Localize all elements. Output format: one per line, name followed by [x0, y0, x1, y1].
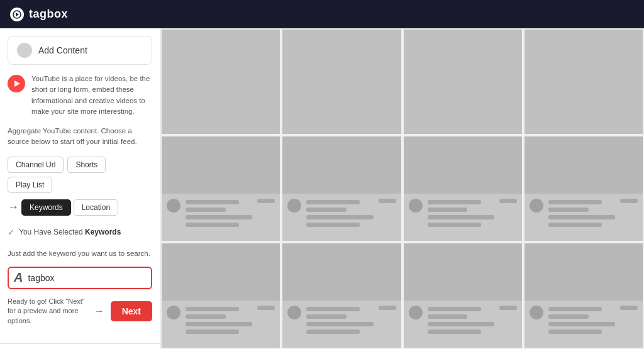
cell-line-right [257, 199, 275, 203]
cell-line [306, 314, 347, 319]
cell-avatar [287, 199, 301, 213]
cell-line [186, 314, 226, 319]
main-layout: Add Content YouTube is a place for video… [0, 28, 644, 349]
publish-area: Publish [0, 343, 160, 349]
cell-line [306, 200, 360, 204]
cell-meta [404, 301, 522, 348]
cell-line [186, 223, 239, 227]
keywords-button[interactable]: Keywords [21, 199, 71, 216]
cell-line [186, 307, 239, 311]
cell-avatar [530, 199, 543, 213]
cell-line [186, 215, 252, 219]
content-cell [160, 242, 281, 349]
cell-line [428, 215, 494, 219]
youtube-info: YouTube is a place for videos, be the sh… [8, 74, 152, 117]
sidebar-content: Add Content YouTube is a place for video… [0, 28, 160, 343]
content-cell [402, 28, 523, 135]
yt-description: YouTube is a place for videos, be the sh… [31, 74, 152, 117]
cell-line [548, 215, 615, 219]
cell-line [428, 322, 494, 326]
selected-value: Keywords [85, 228, 121, 236]
content-cell [523, 135, 644, 242]
next-row: Ready to go! Click "Next" for a preview … [8, 297, 152, 326]
cell-line [428, 200, 481, 204]
cell-avatar [167, 199, 180, 213]
content-cell [281, 135, 402, 242]
keyword-input[interactable] [28, 268, 146, 288]
content-cell [281, 28, 402, 135]
cell-line-right [379, 306, 396, 310]
instructions-text: Just add the keyword you want us to sear… [8, 248, 152, 259]
cell-meta [525, 194, 643, 241]
cell-line-right [379, 199, 396, 203]
keywords-row: → Keywords Location [8, 199, 152, 216]
sidebar: Add Content YouTube is a place for video… [0, 28, 160, 349]
location-button[interactable]: Location [74, 199, 118, 216]
cell-avatar [530, 306, 543, 319]
content-cell [160, 135, 281, 242]
cell-line [306, 208, 347, 212]
cell-line [548, 322, 615, 326]
cell-line [548, 223, 602, 227]
keyword-prefix: A [14, 270, 23, 285]
cell-meta [282, 301, 401, 348]
cell-line [548, 330, 602, 334]
cell-line [186, 208, 226, 212]
add-content-icon [17, 43, 32, 58]
content-cell [160, 28, 281, 135]
red-arrow-icon: → [8, 201, 19, 214]
next-button[interactable]: Next [111, 301, 152, 321]
content-cell [281, 242, 402, 349]
cell-lines [186, 199, 252, 227]
content-cell [402, 242, 523, 349]
cell-line [306, 215, 373, 219]
cell-line [306, 307, 360, 311]
youtube-icon [8, 75, 25, 92]
check-icon: ✓ [8, 227, 15, 237]
cell-line [428, 223, 481, 227]
cell-lines [548, 199, 615, 227]
cell-avatar [409, 199, 423, 213]
add-content-button[interactable]: Add Content [8, 36, 152, 65]
content-cell [523, 242, 644, 349]
add-content-label: Add Content [38, 45, 87, 55]
logo-icon [10, 8, 24, 21]
cell-lines [186, 306, 252, 334]
logo: tagbox [10, 8, 68, 21]
shorts-button[interactable]: Shorts [67, 157, 106, 173]
cell-meta [282, 194, 401, 241]
cell-avatar [409, 306, 423, 319]
channel-url-button[interactable]: Channel Url [8, 157, 64, 173]
cell-meta [162, 194, 280, 241]
cell-line [428, 314, 468, 319]
cell-meta [162, 301, 280, 348]
cell-line [186, 200, 239, 204]
cell-lines [306, 199, 373, 227]
cell-line [186, 322, 252, 326]
play-list-button[interactable]: Play List [8, 177, 52, 193]
selected-row: ✓ You Have Selected Keywords [8, 224, 152, 240]
cell-line [428, 330, 481, 334]
cell-line [306, 330, 360, 334]
cell-lines [548, 306, 615, 334]
cell-line [428, 307, 481, 311]
cell-lines [428, 306, 494, 334]
cell-avatar [167, 306, 180, 319]
cell-line [548, 314, 589, 319]
cell-line [428, 208, 468, 212]
cell-line [306, 223, 360, 227]
keyword-input-area: A [8, 267, 152, 289]
cell-line-right [499, 199, 517, 203]
cell-meta [525, 301, 643, 348]
cell-line-right [257, 306, 275, 310]
cell-meta [404, 194, 522, 241]
next-hint: Ready to go! Click "Next" for a preview … [8, 297, 88, 326]
app-header: tagbox [0, 0, 644, 28]
cell-line-right [620, 306, 638, 310]
cell-avatar [287, 306, 301, 319]
cell-lines [306, 306, 373, 334]
cell-line [548, 200, 602, 204]
content-cell [523, 28, 644, 135]
cell-line [548, 307, 602, 311]
cell-line-right [620, 199, 638, 203]
